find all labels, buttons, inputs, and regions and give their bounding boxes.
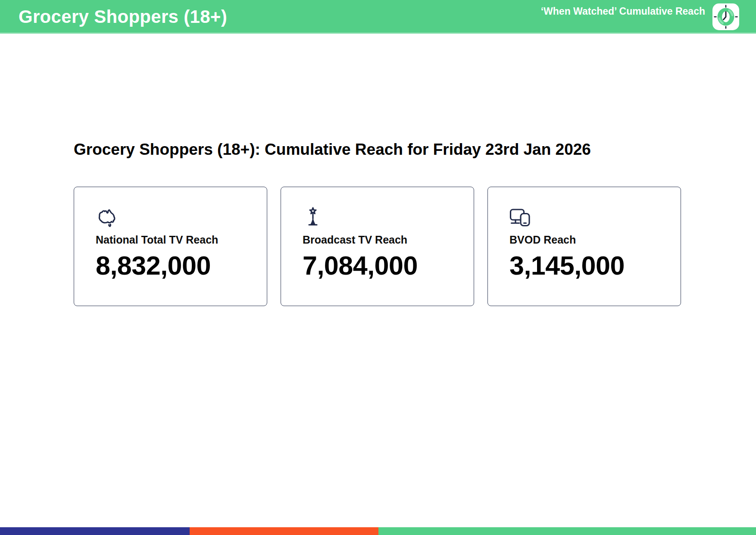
card-label: BVOD Reach	[509, 234, 672, 246]
stat-card-broadcast-tv-reach: Broadcast TV Reach 7,084,000	[281, 187, 474, 306]
app-header: Grocery Shoppers (18+) ‘When Watched’ Cu…	[0, 0, 756, 34]
stripe-segment-orange	[190, 527, 378, 535]
stripe-segment-blue	[0, 527, 190, 535]
brand-stripe	[0, 527, 756, 535]
page-heading: Grocery Shoppers (18+): Cumulative Reach…	[74, 141, 756, 159]
header-title: Grocery Shoppers (18+)	[19, 6, 227, 27]
devices-icon	[509, 207, 672, 228]
main-content: Grocery Shoppers (18+): Cumulative Reach…	[0, 34, 756, 306]
card-value: 7,084,000	[303, 250, 465, 281]
card-value: 8,832,000	[96, 250, 258, 281]
stripe-segment-green	[378, 527, 756, 535]
stat-card-bvod-reach: BVOD Reach 3,145,000	[487, 187, 681, 306]
stat-cards-row: National Total TV Reach 8,832,000 Broadc…	[74, 187, 756, 306]
australia-map-icon	[96, 207, 258, 228]
broadcast-tower-icon	[303, 207, 465, 228]
card-label: National Total TV Reach	[96, 234, 258, 246]
header-subtitle: ‘When Watched’ Cumulative Reach	[541, 6, 705, 17]
header-right-group: ‘When Watched’ Cumulative Reach	[541, 3, 739, 30]
card-value: 3,145,000	[509, 250, 672, 281]
card-label: Broadcast TV Reach	[303, 234, 465, 246]
stat-card-national-total-tv-reach: National Total TV Reach 8,832,000	[74, 187, 267, 306]
clock-icon	[712, 3, 739, 30]
